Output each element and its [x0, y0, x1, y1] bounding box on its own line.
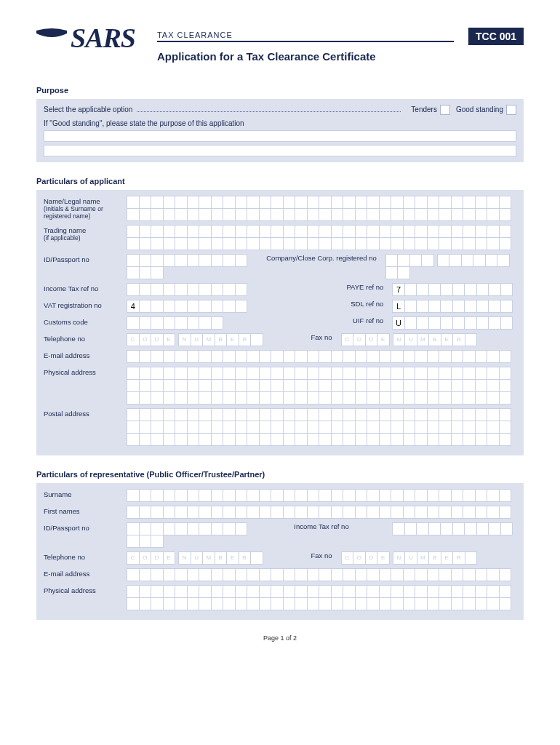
representative-section: Surname First names ID/Passport no Incom…	[36, 483, 524, 620]
rep-first-label: First names	[44, 506, 122, 515]
page-footer: Page 1 of 2	[36, 634, 524, 642]
rep-physical-input[interactable]	[127, 585, 516, 610]
dotted-leader	[137, 106, 401, 112]
rep-physical-label: Physical address	[44, 585, 122, 594]
rep-id-label: ID/Passport no	[44, 522, 122, 532]
applicant-section: Name/Legal name (Initials & Surname or r…	[36, 190, 524, 455]
tel-label: Telephone no	[44, 333, 122, 343]
uif-label: UIF ref no	[255, 316, 388, 324]
tel-input[interactable]: CODENUMBER	[127, 333, 302, 346]
sdl-label: SDL ref no	[255, 300, 388, 308]
trading-input[interactable]	[127, 225, 516, 250]
vat-input[interactable]: 4	[127, 300, 251, 312]
fax-input[interactable]: CODENUMBER	[341, 333, 516, 346]
logo-text: SARS	[71, 22, 135, 54]
paye-input[interactable]: 7	[392, 283, 516, 295]
physical-input[interactable]	[127, 367, 516, 404]
form-title: Application for a Tax Clearance Certific…	[157, 49, 524, 64]
company-label: Company/Close Corp. registered no	[262, 254, 381, 262]
rep-fax-input[interactable]: CODENUMBER	[341, 551, 516, 564]
fax-label: Fax no	[306, 333, 336, 341]
good-standing-checkbox[interactable]	[506, 105, 516, 115]
sars-logo: SARS	[36, 22, 135, 54]
rep-first-input[interactable]	[127, 506, 516, 518]
vat-label: VAT registration no	[44, 300, 122, 309]
form-header: SARS TAX CLEARANCE TCC 001 Application f…	[36, 22, 524, 64]
name-input[interactable]	[127, 196, 516, 220]
customs-input[interactable]	[127, 316, 251, 329]
rep-email-input[interactable]	[127, 568, 516, 581]
name-label: Name/Legal name (Initials & Surname or r…	[44, 196, 122, 220]
email-input[interactable]	[127, 350, 516, 362]
rep-fax-label: Fax no	[306, 551, 336, 559]
paye-label: PAYE ref no	[255, 283, 388, 291]
email-label: E-mail address	[44, 350, 122, 359]
tax-clearance-label: TAX CLEARANCE	[157, 31, 454, 42]
physical-label: Physical address	[44, 367, 122, 376]
income-tax-input[interactable]	[127, 283, 251, 295]
rep-email-label: E-mail address	[44, 568, 122, 578]
rep-surname-input[interactable]	[127, 489, 516, 501]
id-label: ID/Passport no	[44, 254, 122, 263]
gs-purpose-label: If "Good standing", please state the pur…	[44, 119, 516, 127]
sdl-input[interactable]: L	[392, 300, 516, 312]
applicant-title: Particulars of applicant	[36, 177, 524, 186]
company-input[interactable]	[385, 254, 516, 279]
rep-id-input[interactable]	[127, 522, 251, 547]
income-tax-label: Income Tax ref no	[44, 283, 122, 292]
purpose-title: Purpose	[36, 86, 524, 95]
postal-input[interactable]	[127, 408, 516, 445]
representative-title: Particulars of representative (Public Of…	[36, 470, 524, 479]
gs-purpose-input-2[interactable]	[44, 145, 516, 156]
rep-income-tax-input[interactable]	[392, 522, 516, 535]
rep-surname-label: Surname	[44, 489, 122, 498]
id-input[interactable]	[127, 254, 257, 279]
rep-tel-input[interactable]: CODENUMBER	[127, 551, 302, 564]
gs-purpose-input-1[interactable]	[44, 130, 516, 142]
postal-label: Postal address	[44, 408, 122, 418]
rep-tel-label: Telephone no	[44, 551, 122, 561]
trading-label: Trading name (if applicable)	[44, 225, 122, 242]
select-option-label: Select the applicable option	[44, 105, 132, 113]
good-standing-label: Good standing	[456, 105, 503, 113]
logo-swoosh-icon	[36, 28, 67, 48]
header-right: TAX CLEARANCE TCC 001 Application for a …	[157, 28, 524, 64]
tenders-checkbox[interactable]	[440, 105, 450, 115]
purpose-section: Select the applicable option Tenders Goo…	[36, 99, 524, 162]
customs-label: Customs code	[44, 316, 122, 326]
tenders-label: Tenders	[411, 105, 437, 113]
uif-input[interactable]: U	[392, 316, 516, 329]
rep-income-tax-label: Income Tax ref no	[255, 522, 388, 530]
form-code: TCC 001	[468, 28, 524, 45]
